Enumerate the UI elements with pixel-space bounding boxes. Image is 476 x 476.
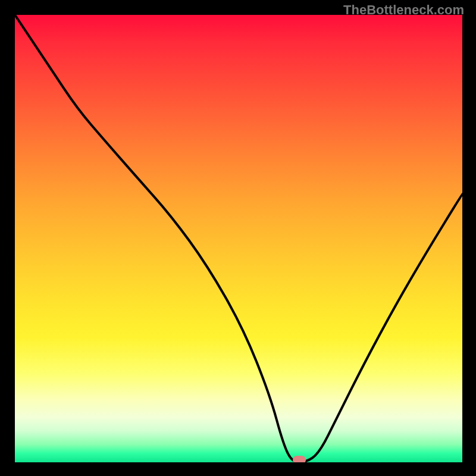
chart-container: TheBottleneck.com xyxy=(0,0,476,476)
curve-path xyxy=(15,15,462,462)
curve-svg xyxy=(15,15,462,462)
valley-marker xyxy=(293,456,306,462)
watermark-text: TheBottleneck.com xyxy=(343,2,464,18)
plot-area xyxy=(15,15,462,462)
